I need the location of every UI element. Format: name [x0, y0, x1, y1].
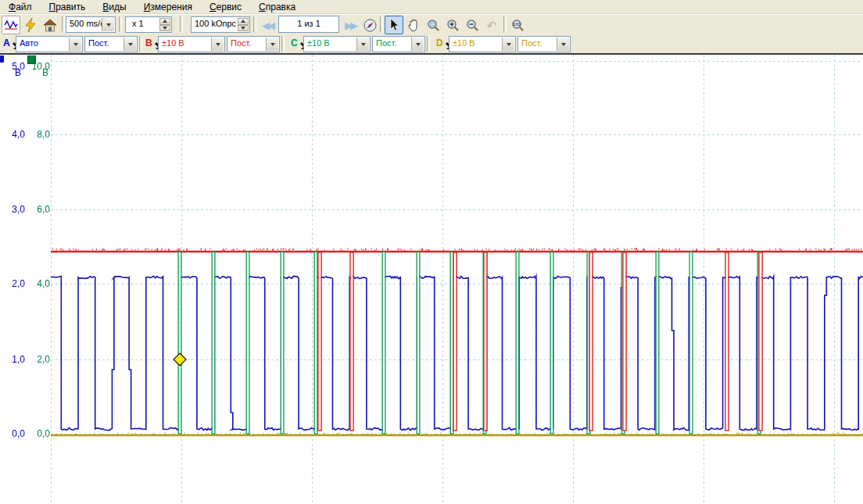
y-tick-blue-4: 1,0 [1, 354, 25, 365]
channel-B-range-select-value: ±10 В [162, 38, 184, 48]
undo-button[interactable]: ↶ [482, 16, 501, 34]
zoom-factor-stepper[interactable]: x 1 [125, 16, 172, 33]
page-indicator-field[interactable]: 1 из 1 [278, 16, 339, 33]
zoom-in-icon [446, 19, 460, 32]
channel-A-range-select-value: Авто [20, 38, 38, 48]
oscilloscope-window: { "menu": {"items": ["Файл", "Править", … [0, 0, 863, 504]
hand-tool-button[interactable] [404, 16, 423, 34]
channel-B-range-select[interactable]: ±10 В [158, 36, 225, 52]
timebase-select[interactable]: 500 ms/div [66, 16, 116, 33]
menu-help[interactable]: Справка [250, 1, 304, 13]
channel-D-range-select-value: ±10 В [453, 38, 475, 48]
channel-C-range-select-value: ±10 В [307, 38, 330, 48]
samples-stepper[interactable]: 100 kОпрс [191, 16, 250, 33]
chevron-down-icon[interactable] [502, 38, 514, 51]
home-icon [43, 19, 57, 32]
menu-measurements[interactable]: Измерения [135, 1, 201, 13]
chevron-down-icon[interactable] [411, 38, 424, 51]
chevron-down-icon[interactable] [69, 38, 81, 51]
zoom-out-button[interactable] [463, 16, 482, 34]
prev-page-icon: ◀◀ [262, 20, 273, 30]
channel-B-label: B [145, 38, 152, 48]
spin-down-icon [238, 25, 249, 32]
channel-B-coupling-select[interactable]: Пост. [227, 36, 280, 52]
next-page-button[interactable]: ▶▶ [341, 16, 360, 34]
y-tick-green-4: 2,0 [26, 354, 50, 365]
channel-C-label: C [291, 38, 298, 48]
zoom-in-button[interactable] [443, 16, 462, 34]
channel-A-range-select[interactable]: Авто [16, 36, 83, 52]
y-axis-unit-blue: В [1, 67, 21, 78]
compass-icon [363, 19, 377, 32]
lightning-icon [24, 18, 37, 32]
channel-D-range-select[interactable]: ±10 В [449, 36, 516, 52]
home-button[interactable] [41, 16, 59, 34]
channel-C-coupling-select-value: Пост. [376, 38, 396, 48]
spin-down-icon [159, 25, 170, 32]
waveform-canvas[interactable] [0, 55, 863, 504]
channel-A-label: A [3, 38, 10, 48]
chevron-down-icon[interactable] [102, 18, 114, 31]
channel-D-coupling-select-value: Пост. [521, 38, 542, 48]
chevron-down-icon[interactable] [124, 38, 136, 51]
y-tick-green-2: 6,0 [26, 204, 50, 215]
menu-bar: Файл Править Виды Измерения Сервис Справ… [0, 0, 863, 14]
cursor-tool-icon [389, 19, 399, 31]
next-page-icon: ▶▶ [345, 20, 356, 30]
zoom-factor-value: x 1 [132, 19, 144, 28]
chevron-down-icon[interactable] [356, 38, 369, 51]
samples-spinner[interactable] [238, 18, 249, 31]
channel-A-coupling-select-value: Пост. [88, 38, 109, 48]
compass-button[interactable] [360, 16, 379, 34]
channel-D-coupling-select[interactable]: Пост. [517, 36, 571, 52]
zoom-100-button[interactable]: 100 [508, 16, 527, 34]
y-tick-green-5: 0,0 [26, 428, 50, 439]
zoom-window-button[interactable] [424, 16, 442, 34]
zoom-window-icon [427, 19, 440, 32]
scope-view-icon [4, 19, 18, 31]
scope-view-button[interactable] [2, 16, 20, 34]
menu-edit[interactable]: Править [41, 1, 95, 13]
spin-up-icon [238, 18, 249, 25]
channel-C-range-select[interactable]: ±10 В [303, 36, 371, 52]
y-tick-blue-1: 4,0 [1, 129, 25, 140]
undo-icon: ↶ [487, 20, 497, 31]
prev-page-button[interactable]: ◀◀ [258, 16, 277, 34]
chevron-down-icon[interactable] [557, 38, 569, 51]
menu-service[interactable]: Сервис [201, 1, 250, 13]
chevron-down-icon[interactable] [211, 38, 224, 51]
channel-B-coupling-select-value: Пост. [231, 38, 251, 48]
channel-D-label: D [436, 38, 443, 48]
y-tick-green-3: 4,0 [26, 278, 50, 289]
chevron-down-icon[interactable] [266, 38, 278, 51]
zoom-out-icon [466, 19, 479, 32]
menu-views[interactable]: Виды [94, 1, 134, 13]
channel-toolbar: AАвтоПост.B±10 ВПост.C±10 ВПост.D±10 ВПо… [0, 34, 863, 53]
zoom-factor-spinner[interactable] [159, 18, 170, 31]
y-tick-blue-2: 3,0 [1, 204, 25, 215]
channel-C-coupling-select[interactable]: Пост. [372, 36, 425, 52]
hand-tool-icon [407, 19, 420, 32]
main-toolbar: 500 ms/div x 1 100 kОпрс ◀◀ 1 из 1 ▶▶ [0, 14, 863, 35]
y-tick-blue-3: 2,0 [1, 278, 25, 289]
y-tick-blue-5: 0,0 [1, 428, 25, 439]
y-tick-green-1: 8,0 [26, 129, 50, 140]
capture-button[interactable] [21, 16, 40, 34]
samples-value: 100 kОпрс [195, 19, 236, 28]
cursor-tool-button[interactable] [385, 16, 403, 34]
channel-A-coupling-select[interactable]: Пост. [84, 36, 138, 52]
menu-file[interactable]: Файл [0, 1, 41, 13]
green-channel-marker-icon [27, 55, 36, 64]
spin-up-icon [159, 18, 170, 25]
y-axis-unit-green: В [28, 67, 48, 78]
zoom-100-icon: 100 [511, 19, 525, 32]
waveform-plot-area[interactable]: 5,010,04,08,03,06,02,04,01,02,00,00,0ВВ [0, 55, 863, 504]
